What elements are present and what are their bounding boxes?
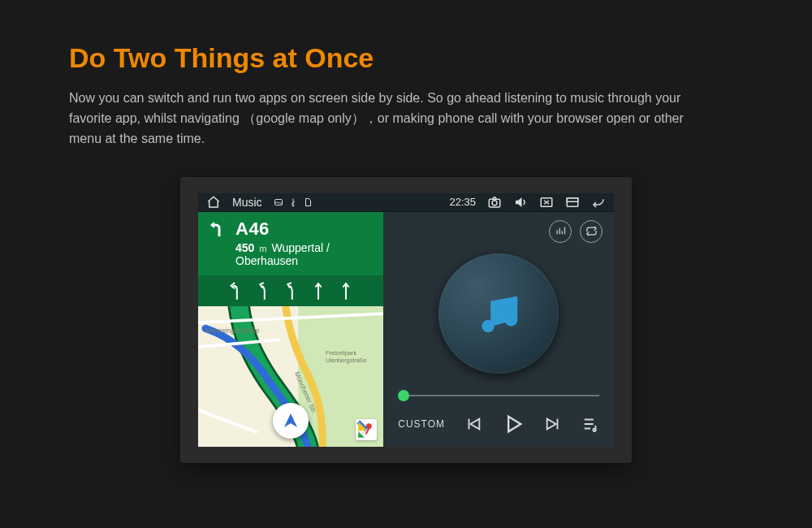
svg-rect-14 bbox=[490, 301, 495, 327]
turn-left-icon bbox=[208, 219, 227, 239]
sd-card-icon bbox=[303, 197, 313, 207]
page-title: Do Two Things at Once bbox=[0, 0, 812, 74]
svg-rect-15 bbox=[514, 297, 518, 320]
album-art bbox=[438, 253, 559, 374]
svg-point-16 bbox=[593, 429, 595, 431]
lane-slight-left-icon bbox=[283, 280, 298, 301]
lane-left-icon bbox=[228, 280, 243, 301]
splitscreen-icon[interactable] bbox=[565, 195, 580, 210]
nav-arrow-fab[interactable] bbox=[273, 403, 309, 439]
next-button[interactable] bbox=[544, 415, 562, 433]
music-note-icon bbox=[473, 288, 524, 339]
equalizer-button[interactable] bbox=[549, 220, 572, 243]
road-name: A46 bbox=[235, 219, 270, 240]
back-icon[interactable] bbox=[591, 195, 606, 210]
active-app-label: Music bbox=[232, 196, 262, 209]
camera-icon[interactable] bbox=[487, 195, 502, 210]
play-mode-label[interactable]: CUSTOM bbox=[398, 418, 445, 430]
volume-icon[interactable] bbox=[513, 195, 528, 210]
music-pane: CUSTOM bbox=[383, 212, 614, 447]
device-screen: Music 22:35 bbox=[198, 193, 614, 447]
destination-line: 450mWuppertal / Oberhausen bbox=[235, 241, 374, 267]
previous-button[interactable] bbox=[464, 415, 482, 433]
lane-slight-left-icon bbox=[256, 280, 270, 301]
navigation-pane[interactable]: A46 450mWuppertal / Oberhausen bbox=[198, 212, 383, 447]
status-icons bbox=[274, 197, 313, 207]
home-icon[interactable] bbox=[206, 195, 221, 210]
svg-point-3 bbox=[492, 201, 497, 206]
page-description: Now you can switch and run two apps on s… bbox=[0, 74, 755, 149]
svg-text:Merowingerstraße: Merowingerstraße bbox=[205, 327, 260, 334]
google-maps-badge-icon bbox=[356, 419, 377, 440]
seek-bar[interactable] bbox=[398, 390, 599, 401]
clock: 22:35 bbox=[449, 196, 476, 208]
tablet-device: Music 22:35 bbox=[180, 177, 632, 463]
map-canvas[interactable]: Merowingerstraße Münchener Str. Freizeit… bbox=[198, 306, 383, 447]
direction-banner: A46 450mWuppertal / Oberhausen bbox=[198, 212, 383, 275]
lane-straight-icon bbox=[311, 280, 326, 301]
image-icon bbox=[274, 197, 283, 207]
system-bar: Music 22:35 bbox=[198, 193, 614, 212]
player-controls: CUSTOM bbox=[395, 403, 603, 447]
svg-point-1 bbox=[292, 205, 294, 206]
usb-icon bbox=[288, 197, 298, 207]
close-app-icon[interactable] bbox=[539, 195, 554, 210]
lane-straight-icon bbox=[339, 280, 353, 301]
seek-handle[interactable] bbox=[398, 390, 409, 401]
playlist-button[interactable] bbox=[581, 415, 599, 433]
lane-guidance bbox=[198, 275, 383, 306]
play-button[interactable] bbox=[502, 413, 525, 435]
repeat-button[interactable] bbox=[580, 220, 603, 243]
svg-rect-6 bbox=[567, 198, 578, 202]
